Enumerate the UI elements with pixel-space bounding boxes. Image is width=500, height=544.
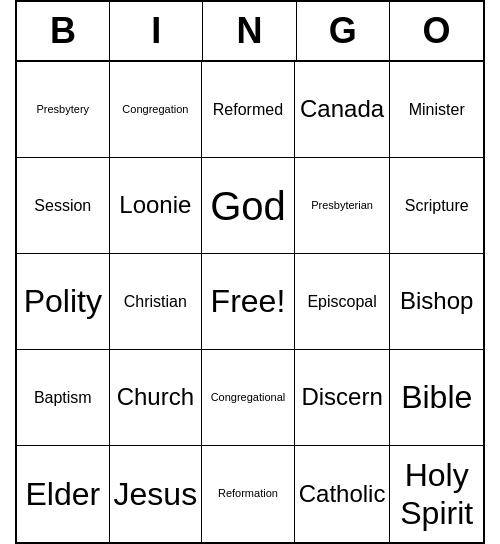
header-letter: N	[203, 2, 296, 60]
bingo-cell: Loonie	[110, 158, 203, 254]
bingo-cell: Elder	[17, 446, 110, 542]
bingo-cell: Reformed	[202, 62, 295, 158]
bingo-cell: Canada	[295, 62, 391, 158]
bingo-cell: Catholic	[295, 446, 391, 542]
bingo-cell: Polity	[17, 254, 110, 350]
bingo-card: BINGO PresbyteryCongregationReformedCana…	[15, 0, 485, 544]
bingo-cell: God	[202, 158, 295, 254]
bingo-header: BINGO	[17, 2, 483, 62]
bingo-cell: Christian	[110, 254, 203, 350]
bingo-cell: Presbyterian	[295, 158, 391, 254]
bingo-cell: Session	[17, 158, 110, 254]
bingo-cell: Bible	[390, 350, 483, 446]
bingo-cell: Scripture	[390, 158, 483, 254]
bingo-cell: Discern	[295, 350, 391, 446]
header-letter: I	[110, 2, 203, 60]
header-letter: O	[390, 2, 483, 60]
bingo-cell: Holy Spirit	[390, 446, 483, 542]
header-letter: G	[297, 2, 390, 60]
bingo-cell: Minister	[390, 62, 483, 158]
bingo-cell: Episcopal	[295, 254, 391, 350]
bingo-cell: Bishop	[390, 254, 483, 350]
bingo-cell: Reformation	[202, 446, 295, 542]
bingo-cell: Jesus	[110, 446, 203, 542]
header-letter: B	[17, 2, 110, 60]
bingo-cell: Baptism	[17, 350, 110, 446]
bingo-cell: Presbytery	[17, 62, 110, 158]
bingo-cell: Church	[110, 350, 203, 446]
bingo-cell: Congregation	[110, 62, 203, 158]
bingo-grid: PresbyteryCongregationReformedCanadaMini…	[17, 62, 483, 542]
bingo-cell: Congregational	[202, 350, 295, 446]
bingo-cell: Free!	[202, 254, 295, 350]
